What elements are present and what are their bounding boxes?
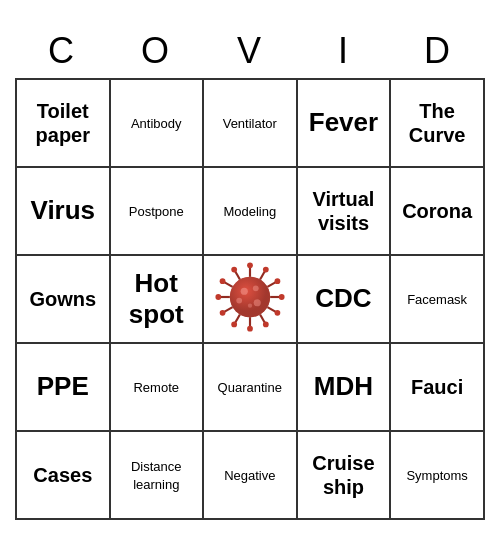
header-c: C xyxy=(15,24,109,78)
cell-text-r1-c2: Modeling xyxy=(223,204,276,219)
cell-text-r0-c2: Ventilator xyxy=(223,116,277,131)
svg-point-25 xyxy=(274,278,280,284)
cell-r0-c2: Ventilator xyxy=(203,79,297,167)
cell-text-r4-c3: Cruise ship xyxy=(312,452,374,498)
cell-r2-c4: Facemask xyxy=(390,255,484,343)
cell-r1-c0: Virus xyxy=(16,167,110,255)
cell-text-r0-c3: Fever xyxy=(309,107,378,137)
cell-text-r2-c0: Gowns xyxy=(29,288,96,310)
cell-r4-c4: Symptoms xyxy=(390,431,484,519)
cell-r0-c1: Antibody xyxy=(110,79,203,167)
svg-line-22 xyxy=(260,271,265,280)
cell-text-r1-c0: Virus xyxy=(31,195,96,225)
cell-r2-c0: Gowns xyxy=(16,255,110,343)
svg-point-5 xyxy=(274,310,280,316)
svg-point-26 xyxy=(240,288,247,295)
cell-text-r0-c4: The Curve xyxy=(409,100,466,146)
cell-text-r1-c3: Virtual visits xyxy=(313,188,375,234)
header-i: I xyxy=(297,24,391,78)
cell-r0-c0: Toilet paper xyxy=(16,79,110,167)
svg-line-12 xyxy=(224,307,233,312)
svg-line-6 xyxy=(260,314,265,323)
cell-r3-c1: Remote xyxy=(110,343,203,431)
svg-point-27 xyxy=(253,285,259,291)
header-d: D xyxy=(391,24,485,78)
cell-text-r0-c0: Toilet paper xyxy=(36,100,90,146)
svg-point-23 xyxy=(263,267,269,273)
svg-point-30 xyxy=(248,303,252,307)
cell-text-r1-c1: Postpone xyxy=(129,204,184,219)
svg-line-24 xyxy=(267,282,276,287)
svg-point-1 xyxy=(230,277,270,317)
svg-point-3 xyxy=(279,294,285,300)
cell-text-r4-c0: Cases xyxy=(33,464,92,486)
cell-text-r2-c1: Hot spot xyxy=(129,268,184,329)
cell-text-r3-c2: Quarantine xyxy=(218,380,282,395)
svg-line-16 xyxy=(224,282,233,287)
cell-r4-c3: Cruise ship xyxy=(297,431,391,519)
cell-text-r4-c2: Negative xyxy=(224,468,275,483)
svg-point-17 xyxy=(219,278,225,284)
svg-point-7 xyxy=(263,322,269,328)
cell-r4-c1: Distance learning xyxy=(110,431,203,519)
cell-text-r2-c4: Facemask xyxy=(407,292,467,307)
cell-text-r4-c1: Distance learning xyxy=(131,459,182,492)
bingo-grid: Toilet paperAntibodyVentilatorFeverThe C… xyxy=(15,78,485,520)
cell-r4-c0: Cases xyxy=(16,431,110,519)
cell-r3-c3: MDH xyxy=(297,343,391,431)
cell-r2-c2 xyxy=(203,255,297,343)
cell-r1-c1: Postpone xyxy=(110,167,203,255)
cell-text-r3-c1: Remote xyxy=(133,380,179,395)
cell-r3-c0: PPE xyxy=(16,343,110,431)
cell-r0-c3: Fever xyxy=(297,79,391,167)
cell-text-r3-c4: Fauci xyxy=(411,376,463,398)
header-v: V xyxy=(203,24,297,78)
cell-r1-c2: Modeling xyxy=(203,167,297,255)
bingo-header: C O V I D xyxy=(15,24,485,78)
cell-text-r3-c0: PPE xyxy=(37,371,89,401)
cell-r4-c2: Negative xyxy=(203,431,297,519)
svg-point-29 xyxy=(253,299,260,306)
cell-r1-c3: Virtual visits xyxy=(297,167,391,255)
cell-text-r3-c3: MDH xyxy=(314,371,373,401)
cell-r2-c3: CDC xyxy=(297,255,391,343)
svg-line-10 xyxy=(235,314,240,323)
svg-point-13 xyxy=(219,310,225,316)
svg-point-9 xyxy=(247,326,253,332)
cell-text-r2-c3: CDC xyxy=(315,283,371,313)
cell-r0-c4: The Curve xyxy=(390,79,484,167)
svg-point-11 xyxy=(231,322,237,328)
cell-text-r1-c4: Corona xyxy=(402,200,472,222)
cell-r2-c1: Hot spot xyxy=(110,255,203,343)
svg-line-4 xyxy=(267,307,276,312)
svg-point-15 xyxy=(215,294,221,300)
svg-point-28 xyxy=(236,298,242,304)
cell-r3-c4: Fauci xyxy=(390,343,484,431)
svg-point-19 xyxy=(231,267,237,273)
header-o: O xyxy=(109,24,203,78)
svg-point-21 xyxy=(247,262,253,268)
svg-line-18 xyxy=(235,271,240,280)
cell-text-r0-c1: Antibody xyxy=(131,116,182,131)
coronavirus-icon xyxy=(214,261,286,333)
cell-r1-c4: Corona xyxy=(390,167,484,255)
cell-r3-c2: Quarantine xyxy=(203,343,297,431)
cell-text-r4-c4: Symptoms xyxy=(406,468,467,483)
